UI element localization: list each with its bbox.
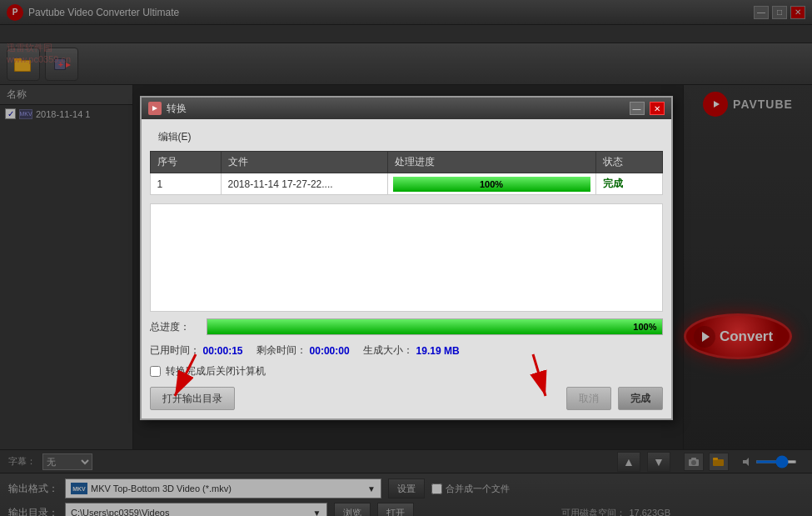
modal-menu-edit[interactable]: 编辑(E)	[153, 130, 197, 144]
col-header-index: 序号	[150, 152, 221, 173]
row-progress-cell: 100%	[387, 173, 595, 195]
auto-shutdown-checkbox[interactable]	[150, 366, 161, 377]
size-value: 19.19 MB	[416, 345, 460, 357]
svg-marker-17	[152, 106, 157, 111]
overall-progress-fill	[207, 319, 662, 334]
modal-title: 转换	[167, 102, 625, 116]
modal-buttons: 打开输出目录 取消 完成	[150, 387, 663, 410]
elapsed-stat: 已用时间： 00:00:15	[150, 343, 243, 358]
modal-close-button[interactable]: ✕	[650, 102, 665, 115]
remaining-stat: 剩余时间： 00:00:00	[257, 343, 350, 358]
overall-progress-row: 总进度： 100%	[150, 318, 663, 335]
elapsed-label: 已用时间：	[150, 343, 200, 358]
table-row: 1 2018-11-14 17-27-22.... 100% 完成	[150, 173, 662, 195]
progress-table: 序号 文件 处理进度 状态 1 2018-11-14 17-27-22....	[150, 151, 663, 195]
file-list-empty-area	[150, 203, 663, 312]
row-progress-bar: 100%	[393, 177, 590, 192]
col-header-status: 状态	[595, 152, 662, 173]
row-filename: 2018-11-14 17-27-22....	[221, 173, 387, 195]
modal-right-buttons: 取消 完成	[566, 387, 663, 410]
conversion-dialog: 转换 — ✕ 编辑(E) 序号 文件 处理进度 状态	[140, 96, 673, 420]
row-index: 1	[150, 173, 221, 195]
overall-label: 总进度：	[150, 320, 200, 334]
overall-progress-section: 总进度： 100%	[150, 318, 663, 335]
row-status: 完成	[595, 173, 662, 195]
open-output-button[interactable]: 打开输出目录	[150, 387, 235, 410]
modal-minimize-button[interactable]: —	[630, 102, 645, 115]
progress-text: 100%	[480, 179, 503, 189]
app-window: P Pavtube Video Converter Ultimate — □ ✕…	[0, 0, 812, 516]
auto-shutdown-row: 转换完成后关闭计算机	[150, 364, 663, 378]
size-label: 生成大小：	[363, 343, 413, 358]
remaining-value: 00:00:00	[310, 345, 350, 357]
modal-title-bar: 转换 — ✕	[142, 98, 671, 119]
done-button[interactable]: 完成	[618, 387, 663, 410]
col-header-progress: 处理进度	[387, 152, 595, 173]
overall-progress-bar: 100%	[207, 318, 663, 335]
remaining-label: 剩余时间：	[257, 343, 306, 358]
overall-progress-text: 100%	[633, 322, 656, 332]
modal-menu-bar: 编辑(E)	[150, 128, 663, 146]
auto-shutdown-label: 转换完成后关闭计算机	[166, 364, 266, 378]
modal-overlay: 转换 — ✕ 编辑(E) 序号 文件 处理进度 状态	[0, 0, 812, 516]
modal-icon	[148, 102, 162, 115]
modal-body: 编辑(E) 序号 文件 处理进度 状态 1	[142, 119, 671, 418]
size-stat: 生成大小： 19.19 MB	[363, 343, 460, 358]
col-header-file: 文件	[221, 152, 387, 173]
elapsed-value: 00:00:15	[203, 345, 243, 357]
cancel-button[interactable]: 取消	[566, 387, 611, 410]
stats-row: 已用时间： 00:00:15 剩余时间： 00:00:00 生成大小： 19.1…	[150, 343, 663, 358]
